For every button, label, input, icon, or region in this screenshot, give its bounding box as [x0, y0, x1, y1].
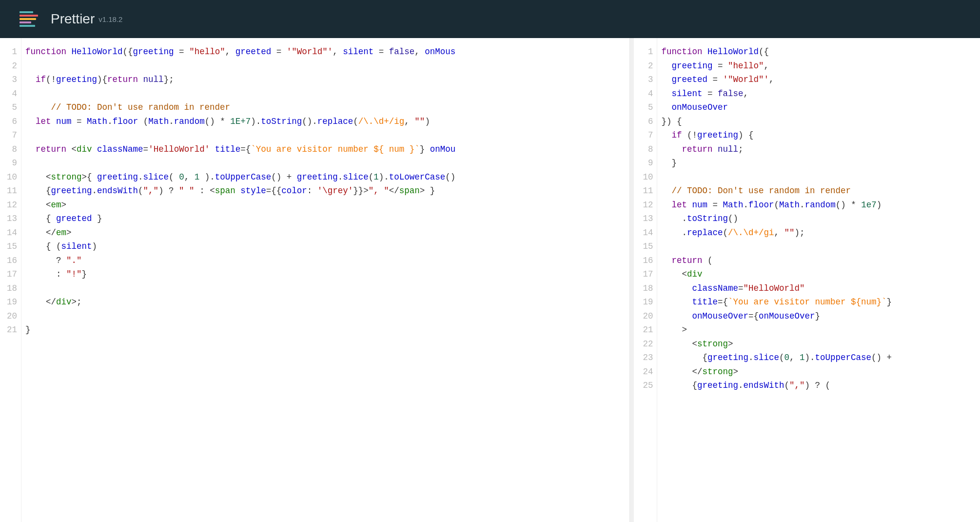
code-line[interactable]: }: [25, 323, 626, 337]
code-line[interactable]: title={`You are visitor number ${num}`}: [661, 295, 976, 309]
line-number: 21: [2, 323, 17, 337]
input-editor[interactable]: 123456789101112131415161718192021 functi…: [0, 38, 630, 522]
code-line[interactable]: <em>: [25, 198, 626, 212]
code-line[interactable]: greeted = '"World"',: [661, 73, 976, 87]
line-number: 8: [2, 142, 17, 157]
line-gutter-left: 123456789101112131415161718192021: [0, 38, 21, 522]
output-editor[interactable]: 1234567891011121314151617181920212223242…: [634, 38, 980, 522]
line-number: 15: [636, 240, 653, 254]
line-number: 14: [2, 226, 17, 240]
line-number: 15: [2, 240, 17, 254]
code-line[interactable]: return (: [661, 254, 976, 268]
code-line[interactable]: }: [661, 156, 976, 170]
code-line[interactable]: [25, 128, 626, 142]
line-number: 3: [2, 73, 17, 87]
code-line[interactable]: <strong>{ greeting.slice( 0, 1 ).toUpper…: [25, 170, 626, 184]
code-line[interactable]: return null;: [661, 142, 976, 157]
header-bar: Prettier v1.18.2: [0, 0, 980, 38]
code-line[interactable]: [661, 240, 976, 254]
code-line[interactable]: {greeting.endsWith(",") ? " " : <span st…: [25, 184, 626, 198]
code-line[interactable]: </em>: [25, 226, 626, 240]
line-number: 20: [2, 309, 17, 323]
line-number: 22: [636, 337, 653, 351]
line-number: 4: [2, 87, 17, 101]
code-line[interactable]: { (silent): [25, 240, 626, 254]
code-line[interactable]: [661, 170, 976, 184]
line-number: 6: [636, 115, 653, 129]
pane-resize-handle[interactable]: [630, 38, 634, 522]
code-line[interactable]: let num = Math.floor (Math.random() * 1E…: [25, 115, 626, 129]
code-line[interactable]: function HelloWorld({: [661, 45, 976, 59]
code-line[interactable]: function HelloWorld({greeting = "hello",…: [25, 45, 626, 59]
line-number: 13: [2, 212, 17, 226]
code-line[interactable]: [25, 59, 626, 73]
line-number: 25: [636, 379, 653, 393]
brand-name: Prettier: [51, 11, 95, 27]
code-line[interactable]: // TODO: Don't use random in render: [25, 100, 626, 115]
line-number: 1: [2, 45, 17, 59]
line-number: 10: [636, 170, 653, 184]
code-line[interactable]: .toString(): [661, 212, 976, 226]
line-number: 7: [636, 128, 653, 142]
line-number: 23: [636, 351, 653, 365]
line-number: 1: [636, 45, 653, 59]
line-number: 6: [2, 115, 17, 129]
code-area-left[interactable]: function HelloWorld({greeting = "hello",…: [21, 38, 629, 522]
code-line[interactable]: // TODO: Don't use random in render: [661, 184, 976, 198]
line-number: 3: [636, 73, 653, 87]
line-number: 16: [636, 254, 653, 268]
line-number: 4: [636, 87, 653, 101]
code-line[interactable]: {greeting.endsWith(",") ? (: [661, 379, 976, 393]
code-line[interactable]: </div>;: [25, 295, 626, 309]
line-number: 7: [2, 128, 17, 142]
code-line[interactable]: </strong>: [661, 365, 976, 379]
line-number: 17: [2, 267, 17, 281]
code-line[interactable]: { greeted }: [25, 212, 626, 226]
code-line[interactable]: onMouseOver: [661, 100, 976, 115]
code-area-right[interactable]: function HelloWorld({ greeting = "hello"…: [657, 38, 980, 522]
code-line[interactable]: [25, 87, 626, 101]
line-number: 21: [636, 323, 653, 337]
code-line[interactable]: let num = Math.floor(Math.random() * 1e7…: [661, 198, 976, 212]
code-line[interactable]: }) {: [661, 115, 976, 129]
code-line[interactable]: >: [661, 323, 976, 337]
code-line[interactable]: return <div className='HelloWorld' title…: [25, 142, 626, 157]
line-number: 11: [636, 184, 653, 198]
line-number: 18: [2, 281, 17, 296]
line-number: 5: [2, 100, 17, 115]
code-line[interactable]: : "!"}: [25, 267, 626, 281]
code-line[interactable]: .replace(/\.\d+/gi, "");: [661, 226, 976, 240]
line-number: 19: [636, 295, 653, 309]
line-number: 2: [636, 59, 653, 73]
line-number: 13: [636, 212, 653, 226]
code-line[interactable]: if(!greeting){return null};: [25, 73, 626, 87]
line-number: 10: [2, 170, 17, 184]
line-number: 2: [2, 59, 17, 73]
line-number: 16: [2, 254, 17, 268]
line-number: 12: [636, 198, 653, 212]
line-number: 24: [636, 365, 653, 379]
code-line[interactable]: <div: [661, 267, 976, 281]
line-number: 17: [636, 267, 653, 281]
code-line[interactable]: [25, 309, 626, 323]
code-line[interactable]: {greeting.slice(0, 1).toUpperCase() +: [661, 351, 976, 365]
code-line[interactable]: silent = false,: [661, 87, 976, 101]
line-number: 8: [636, 142, 653, 157]
code-line[interactable]: [25, 156, 626, 170]
code-line[interactable]: greeting = "hello",: [661, 59, 976, 73]
code-line[interactable]: onMouseOver={onMouseOver}: [661, 309, 976, 323]
code-line[interactable]: <strong>: [661, 337, 976, 351]
prettier-logo-icon: [20, 9, 39, 29]
line-number: 12: [2, 198, 17, 212]
line-number: 5: [636, 100, 653, 115]
line-number: 20: [636, 309, 653, 323]
version-label: v1.18.2: [98, 15, 122, 23]
code-line[interactable]: ? ".": [25, 254, 626, 268]
code-line[interactable]: [25, 281, 626, 296]
line-number: 14: [636, 226, 653, 240]
line-number: 9: [2, 156, 17, 170]
code-line[interactable]: className="HelloWorld": [661, 281, 976, 296]
line-number: 9: [636, 156, 653, 170]
line-number: 19: [2, 295, 17, 309]
code-line[interactable]: if (!greeting) {: [661, 128, 976, 142]
